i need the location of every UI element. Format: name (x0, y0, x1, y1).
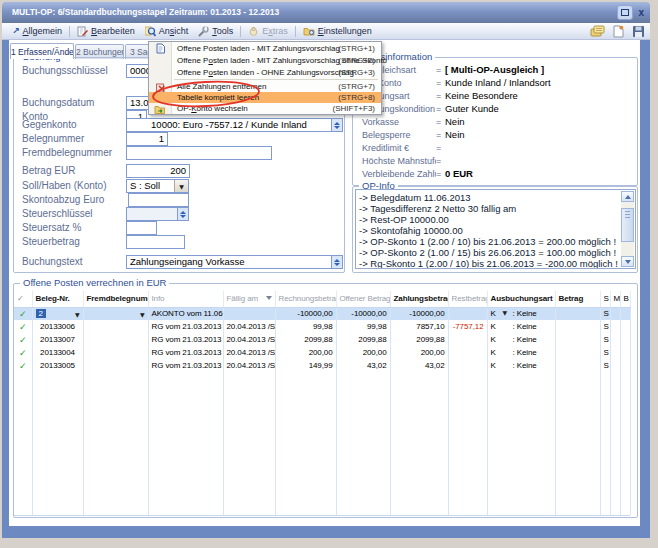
op-table-row[interactable]: ✓20133007RG vom 21.03.201320.04.2013 /Sa… (14, 333, 630, 346)
steuerbetrag-input[interactable] (126, 235, 185, 249)
info-label: Kreditlimit € (362, 143, 436, 153)
info-row: Belegsperre=Nein (362, 128, 634, 141)
beleg-edit-cell[interactable]: 2 (36, 309, 46, 318)
menu-item-op-konto-wechseln[interactable]: OP-Konto wechseln (SHIFT+F3) (149, 103, 381, 114)
column-header-check[interactable]: ✓ (14, 291, 32, 307)
column-header-ausbuchung[interactable]: Ausbuchungsart (487, 291, 555, 307)
column-header-zahlung[interactable]: Zahlungsbetrag (390, 291, 448, 307)
titlebar[interactable]: MULTI-OP: 6/Standardbuchungsstapel Zeitr… (2, 2, 650, 23)
belegnummer-input[interactable]: 1 (126, 132, 168, 146)
info-label: Höchste Mahnstufe (362, 156, 436, 166)
skontoabzug-input[interactable] (128, 193, 189, 207)
op-table-empty-row (14, 437, 630, 450)
menu-item-zahlungen-entfernen[interactable]: Alle Zahlungen entfernen (STRG+7) (149, 81, 381, 92)
op-table-row[interactable]: ✓20133004RG vom 21.03.201320.04.2013 /Sa… (14, 346, 630, 359)
cell-dropdown-icon[interactable]: ▼ (140, 311, 145, 318)
close-icon[interactable]: x (638, 6, 644, 19)
menu-bearbeiten[interactable]: Bearbeiten (72, 24, 140, 39)
column-header-faellig[interactable]: Fällig am (223, 291, 275, 307)
fremdbelegnummer-input[interactable] (126, 146, 272, 160)
column-header-b[interactable]: B (620, 291, 630, 307)
equals-sign: = (436, 65, 445, 75)
menu-item-shortcut: (SHIFT+F3) (333, 104, 375, 113)
op-table-empty-row (14, 463, 630, 476)
spinner-icon[interactable] (331, 256, 342, 268)
check-column-icon: ✓ (17, 294, 24, 303)
save-icon[interactable] (632, 25, 645, 38)
op-table-empty-row (14, 398, 630, 411)
steuerschluessel-value (127, 208, 177, 220)
op-info-line: -> Rest-OP 10000.00 (359, 214, 619, 225)
column-header-rechnung[interactable]: Rechnungsbetrag (275, 291, 336, 307)
equals-sign: = (436, 117, 445, 127)
info-label: Belegsperre (362, 130, 436, 140)
tab-erfassen-aendern[interactable]: 1 Erfassen/Ändern (10, 43, 74, 59)
field-label-betrag-eur: Betrag EUR (22, 165, 75, 176)
column-header-fremd[interactable]: Fremdbelegnummer (83, 291, 148, 307)
row-checked-icon[interactable]: ✓ (19, 322, 26, 332)
op-table-row[interactable]: ✓20133006RG vom 21.03.201320.04.2013 /Sa… (14, 320, 630, 333)
scroll-down-icon[interactable] (621, 256, 634, 267)
column-header-offener[interactable]: Offener Betrag (336, 291, 390, 307)
offene-posten-group-label: Offene Posten verrechnen in EUR (20, 277, 169, 288)
menu-tools[interactable]: Tools (193, 24, 238, 39)
dropdown-arrow-icon[interactable]: ▼ (174, 180, 188, 192)
gegenkonto-combo[interactable]: 10000: Euro -7557.12 / Kunde Inland (126, 118, 343, 132)
row-checked-icon[interactable]: ✓ (19, 348, 26, 358)
soll-haben-combo[interactable]: S : Soll▼ (126, 179, 189, 193)
op-info-lines: -> Belegdatum 11.06.2013-> Tagesdifferen… (359, 192, 619, 269)
info-value: [ Multi-OP-Ausgleich ] (445, 64, 634, 75)
menu-einstellungen[interactable]: Einstellungen (298, 24, 377, 39)
op-table-row[interactable]: ✓20133005RG vom 21.03.201320.04.2013 /Sa… (14, 359, 630, 372)
row-checked-icon[interactable]: ✓ (19, 335, 26, 345)
menu-allgemein[interactable]: ↗ Allgemein (7, 24, 67, 39)
op-table-row[interactable]: ✓2▼▼AKONTO vom 11.06.201-10000,00-10000,… (14, 307, 630, 320)
menu-item-tabelle-leeren[interactable]: Tabelle komplett leeren (STRG+8) (149, 92, 381, 103)
scroll-up-icon[interactable] (621, 191, 634, 202)
offene-posten-table: ✓Beleg-Nr.FremdbelegnummerInfoFällig amR… (14, 291, 631, 515)
window-title: MULTI-OP: 6/Standardbuchungsstapel Zeitr… (12, 7, 279, 17)
column-header-beleg[interactable]: Beleg-Nr. (32, 291, 83, 307)
row-checked-icon[interactable]: ✓ (19, 309, 26, 319)
menu-item-op-landen-ohne[interactable]: Offene Posten landen - OHNE Zahlungsvors… (149, 66, 381, 78)
scrollbar-thumb[interactable] (621, 208, 634, 242)
menubar-separator (295, 26, 296, 37)
op-table-empty-row (14, 450, 630, 463)
spinner-icon[interactable] (177, 208, 188, 220)
cell-dropdown-icon[interactable]: ▼ (503, 309, 513, 316)
menu-item-op-laden-mit[interactable]: Offene Posten laden - MIT Zahlungsvorsch… (149, 42, 381, 54)
field-label-fremdbelegnummer: Fremdbelegnummer (22, 147, 112, 158)
menu-extras[interactable]: Extras (243, 24, 293, 39)
column-header-rest[interactable]: Restbetrag (448, 291, 487, 307)
column-header-s[interactable]: S (600, 291, 610, 307)
buchungstext-value: Zahlungseingang Vorkasse (127, 256, 331, 268)
field-label-buchungstext: Buchungstext (22, 256, 83, 267)
spinner-icon[interactable] (331, 119, 342, 131)
equals-sign: = (436, 104, 445, 114)
row-checked-icon[interactable]: ✓ (19, 361, 26, 371)
info-value: Nein (445, 116, 634, 127)
column-header-betrag[interactable]: Betrag (555, 291, 600, 307)
fremdbelegnummer-value (127, 147, 271, 159)
sort-descending-icon[interactable] (266, 296, 272, 300)
restore-icon[interactable] (617, 5, 633, 20)
steuerschluessel-combo[interactable] (126, 207, 189, 221)
new-document-icon[interactable] (612, 25, 625, 38)
buchungstext-combo[interactable]: Zahlungseingang Vorkasse (126, 255, 343, 269)
field-label-skontoabzug: Skontoabzug Euro (22, 194, 104, 205)
steuersatz-input[interactable] (126, 221, 157, 235)
menu-item-label: Offene Posten laden - MIT Zahlungsvorsch… (177, 44, 340, 53)
menu-item-op-laden-ohne-skonto[interactable]: Offene Posten laden - MIT Zahlungsvorsch… (149, 54, 381, 66)
equals-sign: = (436, 143, 445, 153)
op-info-scrollbar[interactable] (621, 191, 634, 267)
table-bottom-line (14, 515, 630, 516)
cell-dropdown-icon[interactable]: ▼ (75, 311, 80, 318)
op-info-line: -> Tagesdifferenz 2 Netto 30 fällig am (359, 203, 619, 214)
field-label-gegenkonto: Gegenkonto (22, 119, 77, 130)
menu-ansicht[interactable]: Ansicht (140, 24, 194, 39)
betrag-eur-input[interactable]: 200 (126, 164, 190, 178)
column-header-m[interactable]: M (610, 291, 620, 307)
field-label-buchungsschluessel: Buchungsschlüssel (22, 65, 108, 76)
ledger-icon[interactable] (590, 25, 605, 38)
column-header-info[interactable]: Info (148, 291, 223, 307)
